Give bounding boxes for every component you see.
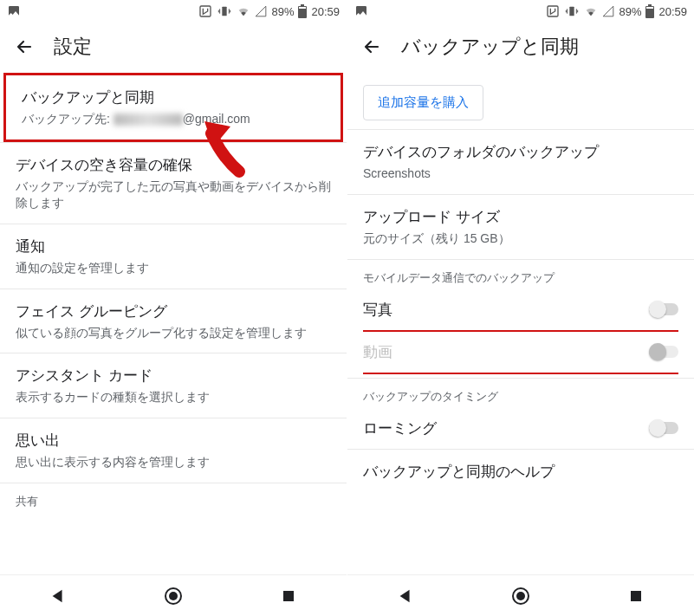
svg-rect-1: [223, 7, 227, 16]
svg-rect-15: [631, 591, 641, 601]
clock: 20:59: [658, 5, 687, 18]
toggle-roaming[interactable]: ローミング: [347, 408, 694, 449]
screenshot-settings-root: 89% 20:59 設定 バックアップと同期 バックアップ先: @gmail.c…: [0, 0, 347, 616]
settings-item-assistant-cards[interactable]: アシスタント カード 表示するカードの種類を選択します: [0, 353, 347, 418]
backup-dest-prefix: バックアップ先:: [22, 112, 114, 126]
status-bar: 89% 20:59: [347, 0, 694, 23]
switch-disabled-icon: [649, 343, 678, 360]
svg-rect-12: [646, 7, 653, 9]
settings-item-help[interactable]: バックアップと同期のヘルプ: [347, 450, 694, 497]
nfc-icon: [198, 4, 212, 18]
nav-bar: [347, 574, 694, 616]
clock: 20:59: [311, 5, 340, 18]
item-subtitle: 似ている顔の写真をグループ化する設定を管理します: [16, 325, 331, 341]
battery-percent: 89%: [271, 5, 294, 18]
signal-icon: [255, 5, 267, 17]
screenshot-backup-sync: 89% 20:59 バックアップと同期 追加容量を購入 デバイスのフォルダのバッ…: [347, 0, 694, 616]
page-title: 設定: [54, 34, 92, 60]
item-subtitle: 表示するカードの種類を選択します: [16, 389, 331, 405]
app-bar: バックアップと同期: [347, 23, 694, 71]
status-bar: 89% 20:59: [0, 0, 347, 23]
item-subtitle: 元のサイズ（残り 15 GB）: [363, 230, 678, 247]
svg-rect-3: [301, 4, 304, 6]
nav-back-button[interactable]: [379, 579, 431, 613]
item-subtitle: 通知の設定を管理します: [16, 260, 331, 276]
toggle-videos[interactable]: 動画: [347, 332, 694, 373]
settings-item-upload-size[interactable]: アップロード サイズ 元のサイズ（残り 15 GB）: [347, 195, 694, 259]
toggle-label: 動画: [363, 342, 392, 362]
toggle-label: 写真: [363, 300, 392, 320]
backup-dest-suffix: @gmail.com: [183, 112, 250, 126]
svg-rect-9: [570, 7, 574, 16]
svg-rect-11: [648, 4, 652, 6]
toggle-label: ローミング: [363, 418, 437, 438]
back-button[interactable]: [360, 35, 384, 59]
svg-rect-7: [283, 591, 294, 601]
item-subtitle: バックアップ先: @gmail.com: [22, 111, 325, 127]
nav-home-button[interactable]: [495, 579, 547, 613]
settings-item-face-grouping[interactable]: フェイス グルーピング 似ている顔の写真をグループ化する設定を管理します: [0, 289, 347, 353]
section-label-timing: バックアップのタイミング: [347, 379, 694, 408]
nav-back-button[interactable]: [32, 579, 84, 613]
item-title: アシスタント カード: [16, 366, 331, 386]
nav-recent-button[interactable]: [263, 579, 315, 613]
item-title: アップロード サイズ: [363, 207, 678, 227]
switch-off-icon: [649, 301, 678, 318]
section-label-share: 共有: [0, 483, 347, 513]
wifi-icon: [584, 4, 598, 18]
item-subtitle: バックアップが完了した元の写真や動画をデバイスから削除します: [16, 178, 331, 211]
item-title: フェイス グルーピング: [16, 302, 331, 321]
nav-home-button[interactable]: [147, 579, 199, 613]
settings-item-notifications[interactable]: 通知 通知の設定を管理します: [0, 224, 347, 289]
item-title: 思い出: [16, 431, 331, 451]
item-title: 通知: [16, 237, 331, 256]
item-subtitle: 思い出に表示する内容を管理します: [16, 454, 331, 470]
app-bar: 設定: [0, 23, 347, 71]
settings-item-memories[interactable]: 思い出 思い出に表示する内容を管理します: [0, 418, 347, 483]
battery-percent: 89%: [619, 5, 641, 18]
nav-bar: [0, 574, 347, 616]
svg-point-6: [169, 592, 178, 600]
vibrate-icon: [564, 4, 580, 18]
svg-rect-0: [200, 6, 211, 16]
item-subtitle: Screenshots: [363, 165, 678, 182]
item-title: デバイスの空き容量の確保: [16, 155, 331, 175]
settings-item-free-up-space[interactable]: デバイスの空き容量の確保 バックアップが完了した元の写真や動画をデバイスから削除…: [0, 143, 347, 224]
svg-rect-8: [548, 6, 558, 16]
image-icon: [7, 4, 21, 18]
buy-storage-button[interactable]: 追加容量を購入: [363, 85, 483, 120]
section-label-mobile-data: モバイルデータ通信でのバックアップ: [347, 260, 694, 289]
battery-icon: [298, 4, 307, 18]
nfc-icon: [546, 4, 560, 18]
switch-off-icon: [649, 419, 678, 437]
item-title: デバイスのフォルダのバックアップ: [363, 142, 678, 162]
toggle-photos[interactable]: 写真: [347, 289, 694, 330]
page-title: バックアップと同期: [401, 34, 579, 60]
back-button[interactable]: [12, 35, 36, 59]
annotation-highlight: バックアップと同期 バックアップ先: @gmail.com: [3, 73, 343, 142]
image-icon: [354, 4, 368, 18]
wifi-icon: [237, 4, 250, 18]
item-title: バックアップと同期のヘルプ: [363, 462, 678, 482]
settings-item-backup-sync[interactable]: バックアップと同期 バックアップ先: @gmail.com: [6, 75, 341, 139]
nav-recent-button[interactable]: [610, 579, 662, 613]
item-title: バックアップと同期: [22, 88, 325, 107]
redacted-email: [114, 113, 183, 126]
svg-rect-4: [299, 7, 306, 9]
battery-icon: [645, 4, 654, 18]
vibrate-icon: [217, 4, 232, 18]
settings-item-device-folders[interactable]: デバイスのフォルダのバックアップ Screenshots: [347, 130, 694, 194]
svg-point-14: [516, 592, 525, 600]
signal-icon: [602, 5, 614, 17]
